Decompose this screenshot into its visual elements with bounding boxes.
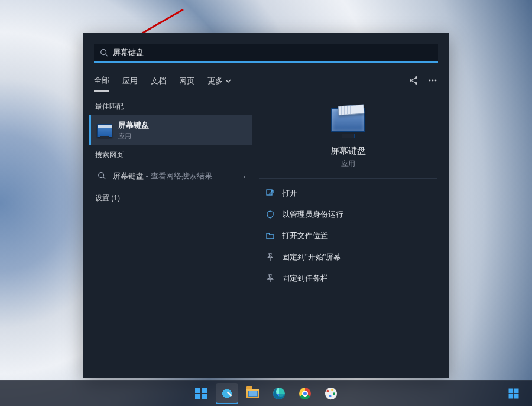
best-match-title: 屏幕键盘 — [118, 120, 149, 131]
settings-header[interactable]: 设置 (1) — [88, 189, 255, 207]
tab-more-label: 更多 — [207, 76, 223, 86]
pin-icon — [265, 252, 275, 262]
preview-pane: 屏幕键盘 应用 打开 以管理员身份运行 打开文件位置 — [255, 97, 442, 293]
taskbar-edge[interactable] — [268, 383, 290, 404]
taskbar-paint[interactable] — [320, 383, 342, 404]
tab-docs[interactable]: 文档 — [151, 70, 166, 91]
search-panel: 全部 应用 文档 网页 更多 最佳匹配 屏幕键盘 应用 — [83, 33, 449, 378]
taskbar-explorer[interactable] — [242, 383, 264, 404]
edge-icon — [273, 388, 285, 399]
preview-title: 屏幕键盘 — [330, 145, 366, 157]
svg-point-12 — [99, 172, 104, 177]
tab-all[interactable]: 全部 — [94, 69, 109, 92]
windows-logo-icon — [509, 388, 519, 398]
svg-line-5 — [106, 54, 108, 57]
pin-icon — [265, 274, 275, 283]
best-match-item[interactable]: 屏幕键盘 应用 — [89, 115, 252, 145]
tab-web[interactable]: 网页 — [179, 70, 194, 91]
folder-icon — [265, 231, 275, 241]
chevron-right-icon: › — [243, 172, 245, 181]
search-web-item[interactable]: 屏幕键盘 - 查看网络搜索结果 › — [90, 165, 252, 187]
chrome-icon — [299, 388, 311, 399]
taskbar-show-desktop[interactable] — [502, 383, 525, 404]
search-icon — [100, 48, 108, 57]
results-column: 最佳匹配 屏幕键盘 应用 搜索网页 屏幕键盘 - 查看网络搜索结果 › 设置 (… — [83, 92, 255, 376]
tab-more[interactable]: 更多 — [207, 70, 231, 91]
search-input[interactable] — [108, 48, 432, 57]
search-web-header: 搜索网页 — [88, 145, 255, 164]
svg-line-13 — [103, 177, 106, 179]
svg-point-10 — [432, 80, 434, 82]
osk-large-icon — [327, 105, 369, 138]
search-icon — [98, 171, 106, 181]
action-label: 固定到任务栏 — [282, 273, 328, 284]
preview-subtitle: 应用 — [341, 159, 355, 169]
action-pin-taskbar[interactable]: 固定到任务栏 — [259, 268, 437, 289]
action-open[interactable]: 打开 — [259, 183, 437, 204]
paint-icon — [325, 386, 338, 400]
web-term: 屏幕键盘 — [113, 171, 144, 180]
action-label: 打开文件位置 — [282, 230, 328, 241]
search-icon — [221, 388, 233, 399]
open-icon — [265, 189, 275, 198]
shield-icon — [265, 210, 275, 219]
taskbar-search[interactable] — [216, 383, 238, 404]
action-run-admin[interactable]: 以管理员身份运行 — [259, 204, 437, 225]
svg-point-11 — [435, 80, 437, 82]
tab-apps[interactable]: 应用 — [122, 70, 138, 91]
best-match-header: 最佳匹配 — [88, 97, 255, 115]
action-pin-start[interactable]: 固定到"开始"屏幕 — [259, 246, 437, 268]
search-box[interactable] — [94, 44, 438, 63]
action-label: 以管理员身份运行 — [282, 209, 343, 220]
svg-point-9 — [429, 80, 431, 82]
tabs-row: 全部 应用 文档 网页 更多 — [83, 69, 449, 92]
share-icon[interactable] — [408, 75, 419, 86]
more-icon[interactable] — [427, 75, 438, 86]
web-hint: - 查看网络搜索结果 — [144, 171, 212, 180]
action-label: 固定到"开始"屏幕 — [282, 252, 341, 262]
best-match-subtitle: 应用 — [118, 132, 149, 141]
chevron-down-icon — [225, 78, 231, 84]
taskbar — [0, 380, 532, 406]
svg-point-6 — [410, 79, 412, 82]
action-open-location[interactable]: 打开文件位置 — [259, 225, 437, 246]
osk-icon — [97, 124, 112, 137]
taskbar-chrome[interactable] — [294, 383, 316, 404]
windows-logo-icon — [195, 388, 207, 399]
action-label: 打开 — [282, 188, 297, 199]
taskbar-start[interactable] — [190, 383, 212, 404]
svg-point-4 — [101, 50, 106, 55]
file-explorer-icon — [246, 389, 259, 398]
